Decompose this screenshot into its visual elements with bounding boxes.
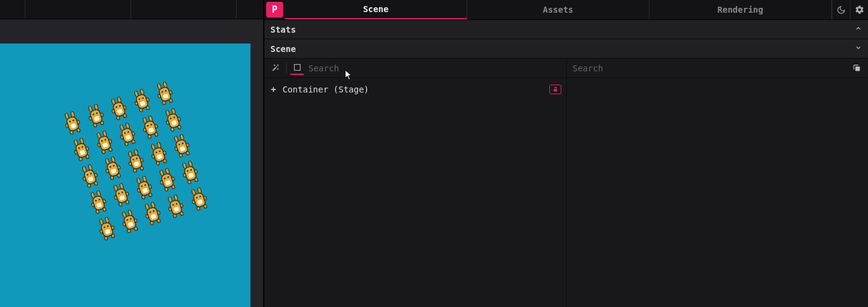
bunny-sprite[interactable]: [88, 189, 109, 216]
chevron-up-icon: [855, 25, 862, 34]
svg-point-219: [134, 218, 138, 222]
props-search-input[interactable]: [572, 61, 847, 76]
scene-tree-column: + Container (Stage): [264, 59, 567, 307]
svg-point-37: [145, 106, 150, 110]
bunny-sprite[interactable]: [116, 121, 138, 148]
props-toolbar: [567, 59, 869, 78]
inspector-panel: P Scene Assets Rendering Stats Scene: [263, 0, 868, 307]
svg-point-179: [148, 184, 152, 189]
svg-point-167: [126, 200, 130, 204]
svg-point-239: [180, 204, 183, 208]
settings-icon[interactable]: [850, 0, 868, 19]
bunny-sprite[interactable]: [179, 160, 201, 186]
svg-point-207: [111, 234, 115, 238]
tree-root-item[interactable]: + Container (Stage): [269, 82, 561, 97]
svg-point-241: [197, 187, 202, 193]
svg-point-199: [194, 169, 198, 173]
svg-point-91: [171, 108, 176, 114]
stage-wrap: [0, 19, 263, 307]
bunny-sprite[interactable]: [93, 129, 115, 156]
svg-point-237: [180, 212, 184, 216]
svg-rect-250: [294, 65, 300, 71]
theme-toggle-icon[interactable]: [832, 0, 850, 19]
svg-rect-252: [855, 66, 860, 71]
bunny-sprite[interactable]: [107, 95, 129, 121]
bunny-sprite[interactable]: [102, 155, 124, 182]
svg-point-41: [162, 81, 167, 88]
tab-assets[interactable]: Assets: [467, 0, 649, 19]
svg-point-7: [77, 128, 81, 132]
unlock-icon[interactable]: [549, 85, 561, 94]
svg-point-117: [117, 173, 121, 178]
bunny-sprite[interactable]: [133, 175, 155, 201]
bunny-sprite[interactable]: [188, 186, 209, 213]
tree-item-label: Container (Stage): [282, 85, 544, 94]
svg-point-9: [77, 120, 80, 124]
tab-bar: P Scene Assets Rendering: [264, 0, 868, 20]
svg-point-217: [134, 227, 138, 231]
topbar-segment[interactable]: [0, 0, 25, 19]
svg-point-177: [148, 193, 153, 197]
bunny-sprite[interactable]: [110, 182, 132, 208]
bunny-sprite[interactable]: [153, 80, 175, 107]
svg-point-116: [110, 176, 114, 180]
viewport-panel: [0, 0, 263, 307]
stats-label: Stats: [270, 25, 296, 34]
bounds-select-icon[interactable]: [290, 62, 304, 75]
svg-rect-251: [554, 89, 557, 91]
topbar-segment[interactable]: [131, 0, 237, 19]
bunny-sprite[interactable]: [139, 114, 161, 141]
bunny-sprite[interactable]: [85, 103, 106, 129]
svg-point-187: [171, 185, 176, 189]
svg-point-157: [103, 207, 107, 212]
canvas-stage[interactable]: [0, 44, 251, 307]
svg-point-101: [88, 164, 92, 170]
svg-point-147: [186, 151, 190, 155]
bunny-sprite[interactable]: [70, 137, 92, 163]
bunny-sprite[interactable]: [125, 148, 147, 175]
svg-point-131: [157, 141, 162, 148]
bunny-sprite[interactable]: [148, 141, 170, 167]
chevron-down-icon: [855, 44, 862, 53]
bunny-sprite[interactable]: [165, 193, 187, 220]
tree-toolbar: [264, 59, 566, 78]
bunny-sprite[interactable]: [142, 201, 164, 227]
svg-point-46: [162, 100, 166, 105]
bunny-sprite[interactable]: [79, 163, 101, 190]
svg-point-76: [124, 142, 129, 146]
stats-section-header[interactable]: Stats: [264, 20, 868, 39]
bunny-sprite[interactable]: [62, 110, 83, 137]
properties-column: [567, 59, 869, 307]
svg-point-21: [116, 96, 121, 103]
bunny-sprite[interactable]: [130, 88, 152, 114]
topbar-segment[interactable]: [25, 0, 131, 19]
scene-label: Scene: [270, 44, 296, 54]
bunny-sprite[interactable]: [119, 208, 141, 235]
svg-point-36: [139, 108, 143, 112]
expand-icon[interactable]: +: [269, 85, 278, 94]
tree-search-input[interactable]: [307, 61, 561, 76]
svg-point-77: [132, 140, 136, 144]
scene-section-header[interactable]: Scene: [264, 39, 868, 59]
svg-point-227: [157, 219, 161, 223]
bunny-sprite[interactable]: [171, 133, 193, 160]
magic-wand-icon[interactable]: [269, 62, 282, 75]
svg-point-38: [135, 102, 138, 106]
tab-rendering[interactable]: Rendering: [649, 0, 832, 19]
bunny-sprite[interactable]: [156, 167, 178, 193]
properties-body: [567, 78, 869, 307]
svg-point-16: [93, 123, 97, 127]
bunny-sprite[interactable]: [162, 106, 184, 133]
svg-point-197: [194, 178, 199, 182]
svg-point-61: [102, 130, 107, 137]
svg-point-246: [196, 206, 200, 210]
scene-tree: + Container (Stage): [264, 78, 566, 307]
divider: [286, 63, 287, 74]
tab-scene[interactable]: Scene: [285, 0, 467, 19]
copy-icon[interactable]: [850, 62, 863, 75]
svg-point-171: [142, 175, 147, 182]
svg-point-127: [140, 166, 144, 170]
pixi-logo[interactable]: P: [266, 2, 283, 18]
svg-point-56: [78, 157, 83, 161]
bunny-sprite[interactable]: [96, 216, 118, 242]
